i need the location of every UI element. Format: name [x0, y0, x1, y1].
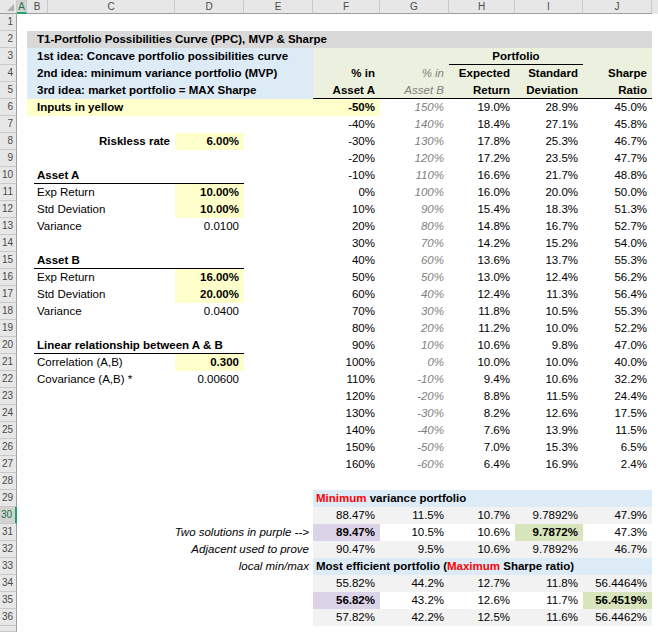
cell[interactable]: -50% [313, 99, 380, 116]
cell[interactable]: 17.5% [583, 405, 652, 422]
cell[interactable]: 120% [313, 388, 380, 405]
covariance-label[interactable]: Covariance (A,B) * [34, 371, 184, 388]
row-header-13[interactable]: 13 [0, 218, 17, 235]
row-header-31[interactable]: 31 [0, 524, 17, 541]
cell[interactable]: 10.5% [515, 303, 583, 320]
linear-header[interactable]: Linear relationship between A & B [34, 337, 244, 354]
cell[interactable]: 13.7% [515, 252, 583, 269]
asset-a-std-label[interactable]: Std Deviation [34, 201, 184, 218]
asset-a-header[interactable]: Asset A [34, 167, 244, 184]
cell[interactable]: -10% [313, 167, 380, 184]
cell[interactable]: 56.4464% [583, 575, 652, 592]
cell[interactable]: 42.2% [380, 609, 449, 626]
asset-a-exp-label[interactable]: Exp Return [34, 184, 184, 201]
cell[interactable]: 16.0% [449, 184, 515, 201]
row-header-3[interactable]: 3 [0, 48, 17, 65]
riskless-rate-label[interactable]: Riskless rate [48, 133, 175, 150]
asset-a-std-value[interactable]: 10.00% [175, 201, 244, 218]
cell[interactable]: 56.82% [313, 592, 380, 609]
row-header-17[interactable]: 17 [0, 286, 17, 303]
cell[interactable]: -50% [380, 439, 449, 456]
col-header-G[interactable]: G [380, 0, 449, 14]
cell[interactable]: 45.8% [583, 116, 652, 133]
cell[interactable]: 44.2% [380, 575, 449, 592]
row-header-32[interactable]: 32 [0, 541, 17, 558]
cell[interactable]: 10.6% [449, 337, 515, 354]
cell[interactable]: 130% [380, 133, 449, 150]
cell[interactable]: 18.3% [515, 201, 583, 218]
cell[interactable]: 13.0% [449, 269, 515, 286]
row-header-23[interactable]: 23 [0, 388, 17, 405]
cell[interactable]: 12.4% [515, 269, 583, 286]
cell[interactable]: 51.3% [583, 201, 652, 218]
cell[interactable]: 50.0% [583, 184, 652, 201]
cell[interactable]: 150% [313, 439, 380, 456]
cell[interactable]: 9.5% [380, 541, 449, 558]
asset-b-exp-value[interactable]: 16.00% [175, 269, 244, 286]
row-header-8[interactable]: 8 [0, 133, 17, 150]
header-deviation[interactable]: Deviation [515, 82, 583, 99]
correlation-value[interactable]: 0.300 [175, 354, 244, 371]
note-two-solutions[interactable]: Two solutions in purple --> [100, 524, 311, 541]
cell[interactable]: 57.82% [313, 609, 380, 626]
riskless-rate-value[interactable]: 6.00% [175, 133, 244, 150]
note-local-minmax[interactable]: local min/max [100, 558, 311, 575]
asset-b-std-label[interactable]: Std Deviation [34, 286, 184, 303]
cell[interactable]: 89.47% [313, 524, 380, 541]
cell[interactable]: 30% [380, 303, 449, 320]
cell[interactable]: 14.8% [449, 218, 515, 235]
header-return[interactable]: Return [449, 82, 515, 99]
header-ratio[interactable]: Ratio [583, 82, 652, 99]
cell[interactable]: 28.9% [515, 99, 583, 116]
cell[interactable]: 7.6% [449, 422, 515, 439]
cell[interactable]: 25.3% [515, 133, 583, 150]
cell[interactable]: 20.0% [515, 184, 583, 201]
header-asset-b[interactable]: Asset B [380, 82, 449, 99]
cell[interactable]: 46.7% [583, 541, 652, 558]
row-header-5[interactable]: 5 [0, 82, 17, 99]
cell[interactable]: 140% [313, 422, 380, 439]
cell[interactable]: 17.8% [449, 133, 515, 150]
cell[interactable]: 88.47% [313, 507, 380, 524]
cell[interactable]: 11.6% [515, 609, 583, 626]
cell[interactable]: 24.4% [583, 388, 652, 405]
cell[interactable]: 15.2% [515, 235, 583, 252]
header-sharpe[interactable]: Sharpe [583, 65, 652, 82]
row-header-1[interactable]: 1 [0, 14, 17, 31]
row-header-26[interactable]: 26 [0, 439, 17, 456]
cell[interactable]: 80% [380, 218, 449, 235]
cell[interactable]: 0% [380, 354, 449, 371]
cell[interactable]: 8.2% [449, 405, 515, 422]
row-header-35[interactable]: 35 [0, 592, 17, 609]
cell[interactable]: 20% [313, 218, 380, 235]
cell[interactable]: 110% [380, 167, 449, 184]
row-header-19[interactable]: 19 [0, 320, 17, 337]
cell[interactable]: 32.2% [583, 371, 652, 388]
col-header-D[interactable]: D [175, 0, 244, 14]
asset-b-header[interactable]: Asset B [34, 252, 244, 269]
cell[interactable]: 14.2% [449, 235, 515, 252]
cell[interactable]: 55.82% [313, 575, 380, 592]
cell[interactable]: -40% [380, 422, 449, 439]
cell[interactable]: 52.2% [583, 320, 652, 337]
select-all-corner[interactable] [0, 0, 17, 14]
mep-section-header[interactable]: Most efficient portfolio (Maximum Sharpe… [313, 558, 652, 575]
cell[interactable]: -60% [380, 456, 449, 473]
cell[interactable]: 17.2% [449, 150, 515, 167]
cell[interactable]: 40.0% [583, 354, 652, 371]
cell[interactable]: 16.6% [449, 167, 515, 184]
cell[interactable]: 20% [380, 320, 449, 337]
cell[interactable]: 2.4% [583, 456, 652, 473]
cell[interactable]: 54.0% [583, 235, 652, 252]
cell[interactable]: 100% [380, 184, 449, 201]
inputs-note-cell[interactable]: Inputs in yellow [27, 99, 313, 116]
asset-b-var-label[interactable]: Variance [34, 303, 184, 320]
row-header-33[interactable]: 33 [0, 558, 17, 575]
row-header-15[interactable]: 15 [0, 252, 17, 269]
row-header-25[interactable]: 25 [0, 422, 17, 439]
asset-b-exp-label[interactable]: Exp Return [34, 269, 184, 286]
cell[interactable]: 9.7892% [515, 507, 583, 524]
cell[interactable]: 11.7% [515, 592, 583, 609]
cell[interactable]: 11.8% [515, 575, 583, 592]
cell[interactable]: 10% [313, 201, 380, 218]
